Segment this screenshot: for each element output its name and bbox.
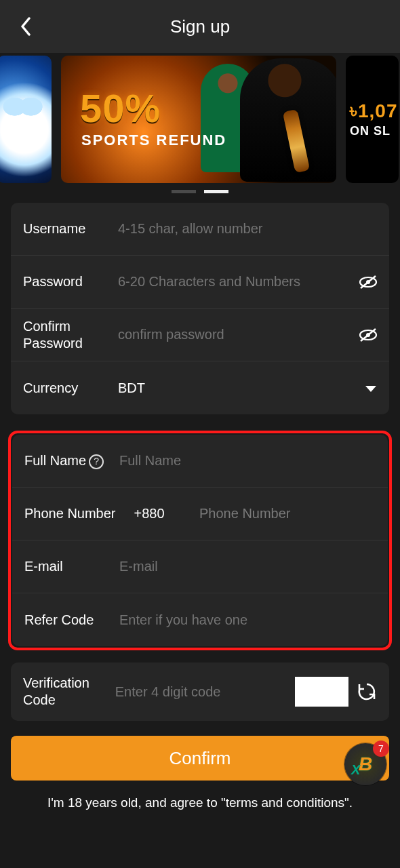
header: Sign up	[0, 0, 400, 53]
tiger-image	[0, 56, 52, 183]
chevron-left-icon	[20, 17, 32, 36]
username-input[interactable]	[118, 221, 377, 237]
fab-logo-part: X	[351, 762, 360, 778]
currency-row[interactable]: Currency BDT	[11, 361, 389, 414]
verification-card: Verification Code	[11, 663, 389, 721]
promo-subtext: ON SL	[350, 124, 391, 138]
promo-amount: ৳1,07	[350, 100, 398, 123]
support-fab[interactable]: X B 7	[344, 743, 386, 785]
account-card: Username Password Confirm Password Curre…	[11, 203, 389, 414]
refer-row: Refer Code	[12, 593, 388, 646]
fullname-input[interactable]	[119, 453, 376, 469]
phone-row: Phone Number +880 Phone Number	[12, 488, 388, 540]
fullname-label: Full Name?	[24, 452, 119, 469]
fullname-row: Full Name?	[12, 435, 388, 488]
help-icon[interactable]: ?	[89, 454, 104, 469]
phone-label: Phone Number	[24, 505, 119, 522]
promo-slide-next[interactable]: ৳1,07 ON SL	[346, 56, 399, 183]
agreement-text[interactable]: I'm 18 years old, and agree to "terms an…	[0, 795, 400, 810]
confirm-password-label: Confirm Password	[23, 318, 118, 352]
email-input[interactable]	[119, 559, 376, 574]
verification-row: Verification Code	[11, 663, 389, 721]
toggle-confirm-visibility[interactable]	[358, 328, 378, 342]
email-row: E-mail	[12, 540, 388, 593]
toggle-password-visibility[interactable]	[358, 275, 378, 290]
refer-label: Refer Code	[24, 612, 119, 629]
highlighted-section: Full Name? Phone Number +880 Phone Numbe…	[8, 431, 392, 650]
verification-input[interactable]	[115, 684, 287, 700]
email-label: E-mail	[24, 558, 119, 575]
refer-input[interactable]	[119, 612, 376, 628]
password-row: Password	[11, 256, 389, 309]
chevron-down-icon	[365, 385, 377, 393]
eye-off-icon	[358, 328, 378, 342]
username-label: Username	[23, 220, 118, 237]
phone-prefix[interactable]: +880	[119, 506, 179, 521]
captcha-image	[295, 677, 348, 707]
refresh-icon	[357, 682, 377, 702]
password-input[interactable]	[118, 274, 377, 290]
confirm-password-input[interactable]	[118, 327, 377, 342]
confirm-password-row: Confirm Password	[11, 309, 389, 361]
indicator-dot[interactable]	[172, 190, 196, 193]
phone-placeholder[interactable]: Phone Number	[199, 506, 291, 521]
notification-badge: 7	[373, 741, 389, 757]
promo-slide-current[interactable]: 50% SPORTS REFUND	[61, 56, 336, 183]
reload-captcha[interactable]	[357, 682, 377, 702]
confirm-button[interactable]: Confirm	[11, 736, 389, 781]
indicator-dot-active[interactable]	[204, 190, 228, 193]
eye-off-icon	[358, 275, 378, 290]
personal-card: Full Name? Phone Number +880 Phone Numbe…	[12, 435, 388, 646]
promo-carousel[interactable]: 50% SPORTS REFUND ৳1,07 ON SL	[0, 53, 400, 186]
username-row: Username	[11, 203, 389, 256]
page-title: Sign up	[0, 16, 400, 37]
promo-headline: 50%	[80, 85, 161, 131]
promo-slide-prev[interactable]	[0, 56, 52, 183]
password-label: Password	[23, 273, 118, 290]
currency-value: BDT	[118, 380, 145, 396]
verification-label: Verification Code	[23, 675, 107, 709]
carousel-indicators	[0, 190, 400, 193]
fab-logo-part: B	[359, 753, 372, 775]
dropdown-indicator	[365, 384, 377, 392]
promo-subhead: SPORTS REFUND	[81, 132, 226, 149]
currency-label: Currency	[23, 380, 118, 397]
back-button[interactable]	[16, 17, 35, 36]
